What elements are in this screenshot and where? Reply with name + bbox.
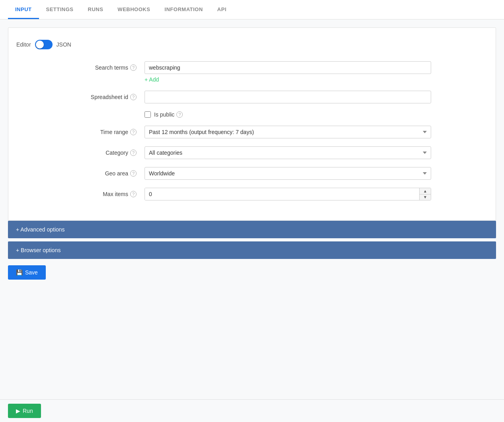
max-items-spinner: ▲ ▼ (145, 188, 431, 200)
run-button[interactable]: ▶ Run (8, 404, 41, 418)
geo-area-select[interactable]: Worldwide (145, 167, 431, 180)
geo-area-label: Geo area ? (73, 167, 137, 177)
time-range-row: Time range ? Past 12 months (output freq… (73, 126, 431, 138)
tab-settings[interactable]: SETTINGS (39, 0, 81, 19)
spreadsheet-id-label: Spreadsheet id ? (73, 91, 137, 100)
browser-options-header[interactable]: + Browser options (8, 241, 496, 259)
add-search-term-button[interactable]: + Add (145, 76, 431, 83)
geo-area-row: Geo area ? Worldwide (73, 167, 431, 180)
spreadsheet-id-row: Spreadsheet id ? (73, 91, 431, 103)
category-label: Category ? (73, 146, 137, 156)
search-terms-help-icon[interactable]: ? (130, 64, 137, 71)
max-items-label: Max items ? (73, 188, 137, 197)
max-items-row: Max items ? ▲ ▼ (73, 188, 431, 200)
input-card: Editor JSON Search terms ? + Add (8, 27, 496, 221)
category-select[interactable]: All categories (145, 146, 431, 159)
tab-webhooks[interactable]: WEBHOOKS (110, 0, 157, 19)
save-button-area: 💾 Save (8, 265, 496, 280)
search-terms-control: + Add (145, 61, 431, 83)
toggle-knob (36, 41, 44, 49)
save-button[interactable]: 💾 Save (8, 265, 46, 280)
time-range-select[interactable]: Past 12 months (output frequency: 7 days… (145, 126, 431, 138)
category-help-icon[interactable]: ? (130, 150, 137, 156)
is-public-help-icon[interactable]: ? (176, 111, 183, 118)
bottom-bar: ▶ Run (0, 399, 504, 418)
top-navigation: INPUT SETTINGS RUNS WEBHOOKS INFORMATION… (0, 0, 504, 19)
search-terms-label: Search terms ? (73, 61, 137, 71)
tab-information[interactable]: INFORMATION (157, 0, 210, 19)
time-range-label: Time range ? (73, 126, 137, 135)
run-icon: ▶ (16, 408, 20, 414)
max-items-input[interactable] (145, 188, 419, 200)
browser-options-accordion: + Browser options (8, 241, 496, 259)
json-label: JSON (57, 41, 71, 48)
max-items-help-icon[interactable]: ? (130, 191, 137, 197)
main-content: Editor JSON Search terms ? + Add (0, 19, 504, 418)
spinner-up-button[interactable]: ▲ (420, 188, 431, 194)
editor-toggle-row: Editor JSON (16, 40, 488, 49)
save-icon: 💾 (16, 269, 23, 276)
tab-input[interactable]: INPUT (8, 0, 39, 19)
spreadsheet-id-input[interactable] (145, 91, 431, 103)
advanced-options-accordion: + Advanced options (8, 221, 496, 238)
editor-json-toggle[interactable] (35, 40, 53, 49)
advanced-options-header[interactable]: + Advanced options (8, 221, 496, 238)
category-row: Category ? All categories (73, 146, 431, 159)
form-section: Search terms ? + Add Spreadsheet id ? (73, 61, 431, 200)
is-public-label: Is public ? (154, 111, 183, 118)
search-terms-input[interactable] (145, 61, 431, 74)
is-public-row: Is public ? (145, 111, 431, 118)
spinner-down-button[interactable]: ▼ (420, 194, 431, 200)
time-range-help-icon[interactable]: ? (130, 129, 137, 135)
tab-runs[interactable]: RUNS (81, 0, 111, 19)
editor-label: Editor (16, 41, 31, 48)
is-public-checkbox[interactable] (145, 111, 151, 118)
spinner-controls: ▲ ▼ (419, 188, 431, 200)
geo-area-help-icon[interactable]: ? (130, 170, 137, 177)
tab-api[interactable]: API (210, 0, 234, 19)
spreadsheet-id-help-icon[interactable]: ? (130, 94, 137, 100)
search-terms-row: Search terms ? + Add (73, 61, 431, 83)
